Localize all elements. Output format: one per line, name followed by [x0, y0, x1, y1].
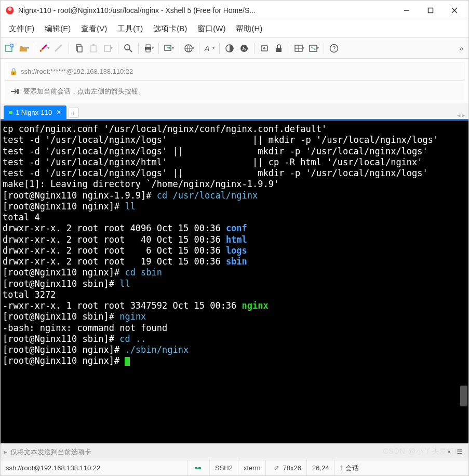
layout-icon[interactable]: ▾ [292, 42, 306, 55]
session-tab[interactable]: 1 Nignx-110 ✕ [4, 105, 66, 119]
svg-rect-12 [77, 46, 82, 52]
compose-dropdown-icon[interactable]: ▼ [447, 449, 454, 455]
toolbar-separator [199, 43, 199, 54]
svg-rect-3 [428, 8, 433, 12]
toolbar-separator [219, 43, 220, 54]
svg-rect-19 [146, 45, 150, 47]
svg-rect-14 [92, 44, 95, 46]
tab-index: 1 [16, 109, 19, 116]
menu-window[interactable]: 窗口(W) [192, 22, 231, 36]
svg-point-1 [8, 7, 12, 11]
compose-bar[interactable]: ▸ 仅将文本发送到当前选项卡 ▼ ≡ [1, 443, 468, 460]
status-size: ⤢78x26 [266, 460, 306, 475]
status-cursor: 26,24 [307, 460, 335, 475]
menu-bar: 文件(F) 编辑(E) 查看(V) 工具(T) 选项卡(B) 窗口(W) 帮助(… [1, 20, 468, 38]
print-icon[interactable]: ▾ [142, 42, 155, 55]
tab-next-icon[interactable]: ▸ [462, 111, 465, 119]
open-session-icon[interactable]: ▾ [17, 42, 31, 55]
svg-line-17 [129, 49, 132, 52]
status-proto: SSH2 [210, 460, 238, 475]
toolbar: ▾ ▾ ▾ ▾ ▾ ▾ A▾ ▾ ▾ ? » [1, 38, 468, 59]
menu-file[interactable]: 文件(F) [4, 22, 39, 36]
fullscreen-icon[interactable]: ▾ [307, 42, 320, 55]
svg-text:A: A [204, 44, 209, 52]
tab-close-icon[interactable]: ✕ [56, 109, 61, 116]
hint-bar: 要添加当前会话，点击左侧的箭头按钮。 [5, 83, 464, 100]
window-title: Nignx-110 - root@Nginx110:/usr/local/ngi… [18, 6, 395, 15]
new-tab-button[interactable]: + [69, 108, 79, 118]
compose-bolt-icon: ▸ [4, 448, 7, 456]
encoding-icon[interactable]: ▾ [182, 42, 196, 55]
toolbar-separator [69, 43, 69, 54]
paste-icon[interactable] [87, 42, 100, 55]
status-bar: ssh://root@192.168.138.110:22 SSH2 xterm… [1, 460, 468, 475]
status-sessions: 1 会话 [334, 460, 364, 475]
toolbar-separator [254, 43, 254, 54]
add-session-arrow-icon[interactable] [10, 87, 19, 96]
svg-rect-35 [17, 89, 19, 94]
compose-placeholder: 仅将文本发送到当前选项卡 [10, 447, 447, 457]
color-scheme-icon[interactable] [223, 42, 236, 55]
properties-icon[interactable]: ▾ [101, 42, 115, 55]
minimize-button[interactable] [395, 2, 419, 19]
script-icon[interactable] [237, 42, 251, 55]
font-icon[interactable]: A▾ [203, 42, 216, 55]
svg-rect-20 [146, 49, 150, 52]
compose-menu-icon[interactable]: ≡ [453, 446, 465, 457]
svg-point-27 [263, 47, 265, 49]
status-link-icon [187, 460, 210, 475]
address-text: ssh://root:******@192.168.138.110:22 [21, 68, 133, 75]
app-icon [5, 5, 15, 16]
tab-label: Nignx-110 [21, 109, 52, 116]
maximize-button[interactable] [419, 2, 443, 19]
toolbar-overflow-icon[interactable]: » [456, 44, 466, 52]
status-term: xterm [238, 460, 266, 475]
terminal-cursor [125, 357, 130, 366]
new-session-icon[interactable] [3, 42, 16, 55]
close-button[interactable] [443, 2, 466, 19]
disconnect-icon[interactable] [52, 42, 65, 55]
help-icon[interactable]: ? [327, 42, 341, 55]
svg-point-16 [125, 45, 130, 50]
terminal[interactable]: cp conf/nginx.conf '/usr/local/nginx/con… [1, 121, 468, 443]
tab-status-icon [9, 111, 12, 114]
menu-edit[interactable]: 编辑(E) [39, 22, 76, 36]
svg-rect-13 [91, 45, 96, 52]
toolbar-separator [324, 43, 324, 54]
host-key-icon[interactable] [258, 42, 271, 55]
reconnect-icon[interactable]: ▾ [37, 42, 51, 55]
toolbar-separator [118, 43, 118, 54]
terminal-scrollbar[interactable] [460, 121, 467, 443]
toolbar-separator [138, 43, 139, 54]
svg-rect-32 [310, 45, 317, 51]
toolbar-separator [289, 43, 289, 54]
tab-prev-icon[interactable]: ◂ [457, 111, 461, 119]
toolbar-separator [34, 43, 34, 54]
svg-text:?: ? [332, 45, 336, 51]
hint-text: 要添加当前会话，点击左侧的箭头按钮。 [23, 87, 145, 96]
title-bar: Nignx-110 - root@Nginx110:/usr/local/ngi… [1, 1, 468, 20]
status-ssh: ssh://root@192.168.138.110:22 [1, 460, 187, 475]
svg-point-10 [41, 49, 43, 51]
toolbar-separator [179, 43, 179, 54]
transfer-icon[interactable]: ▾ [162, 42, 176, 55]
menu-view[interactable]: 查看(V) [76, 22, 112, 36]
menu-tabs[interactable]: 选项卡(B) [148, 22, 192, 36]
find-icon[interactable] [122, 42, 135, 55]
svg-rect-28 [276, 48, 282, 52]
menu-help[interactable]: 帮助(H) [231, 22, 267, 36]
toolbar-separator [158, 43, 159, 54]
svg-rect-15 [104, 45, 111, 51]
address-bar[interactable]: 🔒 ssh://root:******@192.168.138.110:22 [5, 62, 464, 81]
tab-strip: 1 Nignx-110 ✕ + ◂ ▸ [1, 103, 468, 119]
menu-tools[interactable]: 工具(T) [112, 22, 148, 36]
tab-nav: ◂ ▸ [457, 111, 468, 119]
lock-small-icon: 🔒 [9, 68, 18, 75]
lock-icon[interactable] [272, 42, 286, 55]
copy-icon[interactable] [72, 42, 86, 55]
